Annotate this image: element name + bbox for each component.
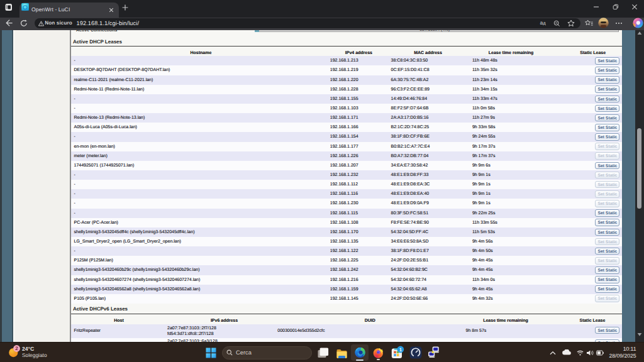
svg-text:2: 2: [15, 346, 18, 351]
svg-text:1: 1: [399, 347, 402, 353]
